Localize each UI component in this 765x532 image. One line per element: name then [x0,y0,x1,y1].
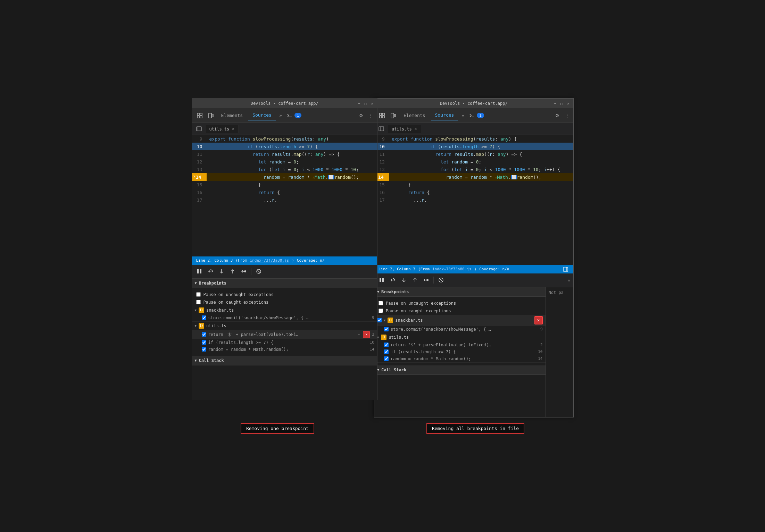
right-minimize-btn[interactable]: − [553,101,558,106]
settings-icon[interactable]: ⚙ [356,111,366,120]
step-btn[interactable] [239,267,248,276]
tab-sources[interactable]: Sources [248,110,276,120]
right-tab-sources[interactable]: Sources [431,110,458,120]
inspect-icon[interactable] [195,111,205,120]
bp-utils-code-2: if (results.length >= 7) { [208,340,368,345]
right-source-map-from: (From [418,267,430,271]
tab-more-icon[interactable]: » [277,111,284,119]
pause-uncaught-item[interactable]: Pause on uncaught exceptions [192,291,377,298]
right-bp-group-utils-header[interactable]: ▼ {} utils.ts [374,333,546,341]
sidebar-toggle-icon[interactable] [195,125,203,133]
right-pause-resume-btn[interactable] [377,276,386,285]
pause-uncaught-checkbox[interactable] [196,292,201,297]
right-bp-utils-item-1[interactable]: return '$' + parseFloat(value).toFixed(…… [374,341,546,348]
right-code-line-11: 11 return results.map((r: any) => { [374,150,573,158]
right-pause-uncaught-label: Pause on uncaught exceptions [386,301,456,306]
right-bp-group-snackbar-header[interactable]: ▼ {} snackbar.ts ✕ [374,315,546,326]
right-bp-snackbar-checkbox-1[interactable] [384,327,389,331]
svg-rect-19 [380,116,382,118]
right-pause-caught-item[interactable]: Pause on caught exceptions [374,307,546,315]
utils-filename: utils.ts [206,323,226,328]
right-deactivate-breakpoints-btn[interactable] [436,276,446,285]
remove-one-breakpoint-btn[interactable]: ✕ [363,331,370,338]
right-toggle-sidebar-btn[interactable] [562,266,569,273]
left-bottom-panel[interactable]: ▼ Breakpoints Pause on uncaught exceptio… [192,279,377,400]
bp-snackbar-checkbox-1[interactable] [202,315,206,320]
right-tab-elements[interactable]: Elements [399,111,430,120]
right-source-map-link[interactable]: index-73f73a80.js [432,267,472,271]
right-settings-icon[interactable]: ⚙ [552,111,562,120]
right-device-icon[interactable] [388,111,398,120]
right-close-btn[interactable]: × [566,101,571,106]
right-sidebar-toggle-icon[interactable] [377,125,385,133]
remove-all-breakpoints-btn[interactable]: ✕ [534,316,543,324]
device-icon[interactable] [206,111,216,120]
utils-ts-tab[interactable]: utils.ts × [206,125,239,133]
right-bp-snackbar-item-1[interactable]: store.commit('snackbar/showMessage', { …… [374,326,546,333]
right-call-stack-header[interactable]: ▼ Call Stack [374,365,546,375]
right-bp-utils-checkbox-2[interactable] [384,349,389,354]
bp-group-snackbar: ▼ {} snackbar.ts store.commit('snackbar/… [192,306,377,322]
bp-snackbar-item-1[interactable]: store.commit('snackbar/showMessage', { …… [192,314,377,321]
tab-elements[interactable]: Elements [217,111,247,120]
deactivate-breakpoints-btn[interactable] [254,267,263,276]
close-btn[interactable]: × [370,101,374,106]
right-console-badge[interactable]: 1 [477,113,484,118]
right-file-tab-close-icon[interactable]: × [414,127,418,131]
right-utils-ts-tab[interactable]: utils.ts × [388,125,421,133]
svg-rect-22 [394,114,396,117]
left-code-area[interactable]: 9 export function slowProcessing(results… [192,135,377,256]
step-into-btn[interactable] [217,267,226,276]
edit-breakpoint-icon[interactable]: ✏ [358,332,360,337]
bp-utils-item-3[interactable]: random = random * Math.random(); 14 [192,346,377,353]
bp-group-snackbar-header[interactable]: ▼ {} snackbar.ts [192,306,377,314]
right-bp-utils-checkbox-3[interactable] [384,356,389,361]
source-map-link[interactable]: index-73f73a80.js [250,258,289,263]
step-over-btn[interactable] [206,267,215,276]
pause-caught-checkbox[interactable] [196,300,201,304]
console-badge[interactable]: 1 [294,113,302,118]
call-stack-header[interactable]: ▼ Call Stack [192,356,377,365]
pause-caught-item[interactable]: Pause on caught exceptions [192,298,377,306]
right-bp-utils-code-3: random = random * Math.random(); [391,356,536,361]
right-inspect-icon[interactable] [377,111,387,120]
right-pause-uncaught-checkbox[interactable] [379,301,383,305]
right-debug-more[interactable]: » [568,278,571,283]
breakpoints-header[interactable]: ▼ Breakpoints [192,279,377,288]
right-snackbar-group-checkbox[interactable] [377,318,382,322]
right-bp-utils-item-2[interactable]: if (results.length >= 7) { 10 [374,348,546,355]
file-tab-name: utils.ts [209,127,230,132]
right-code-area[interactable]: 9 export function slowProcessing(results… [374,135,573,265]
right-debug-separator [433,277,434,284]
right-bp-utils-item-3[interactable]: random = random * Math.random(); 14 [374,355,546,362]
bp-utils-checkbox-2[interactable] [202,340,206,345]
right-status-bar: Line 2, Column 3 (From index-73f73a80.js… [374,265,573,273]
bp-utils-checkbox-3[interactable] [202,347,206,352]
right-title-bar: DevTools - coffee-cart.app/ − □ × [374,99,573,108]
bp-utils-item-1[interactable]: return '$' + parseFloat(value).toFi… ✏ ✕… [192,330,377,339]
file-tab-close-icon[interactable]: × [231,127,235,131]
more-options-icon[interactable]: ⋮ [367,111,374,120]
right-more-options-icon[interactable]: ⋮ [564,111,571,120]
right-tab-more-icon[interactable]: » [459,111,466,119]
left-window-controls: − □ × [357,101,374,106]
bp-utils-item-2[interactable]: if (results.length >= 7) { 10 [192,339,377,346]
bp-group-utils-header[interactable]: ▼ {} utils.ts [192,322,377,330]
minimize-btn[interactable]: − [357,101,361,106]
right-step-over-btn[interactable] [388,276,397,285]
right-step-out-btn[interactable] [410,276,419,285]
right-pause-uncaught-item[interactable]: Pause on uncaught exceptions [374,299,546,307]
right-bp-utils-checkbox-1[interactable] [384,343,389,347]
right-breakpoints-header[interactable]: ▼ Breakpoints [374,287,546,297]
right-pause-caught-checkbox[interactable] [379,309,383,313]
right-bottom-panel[interactable]: ▼ Breakpoints Pause on uncaught exceptio… [374,287,546,417]
right-step-btn[interactable] [422,276,431,285]
right-step-into-btn[interactable] [399,276,408,285]
maximize-btn[interactable]: □ [364,101,368,106]
bp-utils-checkbox-1[interactable] [202,332,206,337]
right-maximize-btn[interactable]: □ [559,101,564,106]
right-file-tabs: utils.ts × [374,123,573,135]
step-out-btn[interactable] [228,267,237,276]
right-bp-snackbar-line-1: 9 [540,327,543,331]
pause-resume-btn[interactable] [195,267,204,276]
